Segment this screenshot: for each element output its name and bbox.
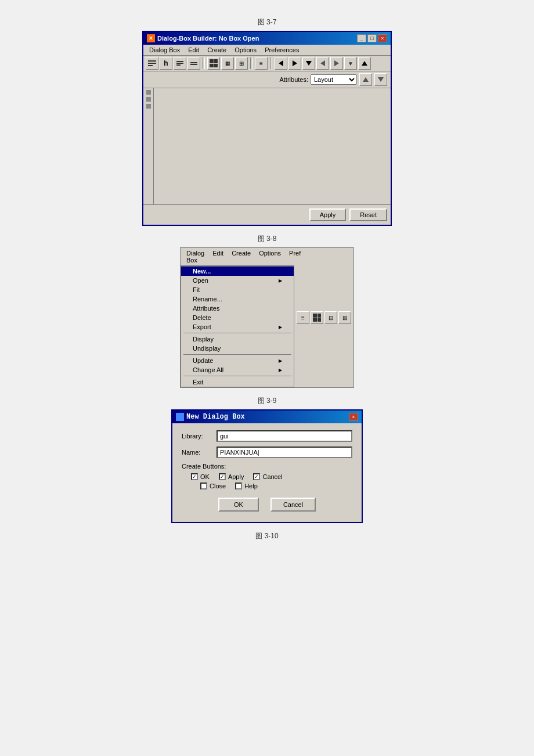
fig7-label: 图 3-7 [258, 17, 277, 27]
dialog-ok-btn[interactable]: OK [218, 498, 259, 512]
name-label: Name: [182, 449, 217, 456]
toolbar-btn-6[interactable]: ▦ [221, 57, 234, 70]
toolbar-arrow-up-fill[interactable] [358, 57, 371, 70]
menu-item-fit[interactable]: Fit [181, 285, 294, 294]
menu-item-open[interactable]: Open▶ [181, 276, 294, 285]
checkbox-help[interactable]: Help [235, 483, 258, 489]
cancel-checkbox[interactable] [253, 473, 260, 480]
attr-dropdown[interactable]: Layout [311, 74, 357, 85]
toolbar-arrow-right-outline[interactable] [330, 57, 343, 70]
apply-checkbox[interactable] [219, 473, 226, 480]
menu-dropdown-list: New... Open▶ Fit Rename... Attributes De… [181, 266, 294, 387]
menu8-tb-1[interactable]: ≡ [297, 311, 309, 324]
library-input[interactable] [217, 430, 352, 442]
sidebar-tick-1 [146, 90, 151, 95]
menu-item-exit[interactable]: Exit [181, 377, 294, 387]
sidebar-tick-2 [146, 97, 151, 102]
toolbar-sep-1 [203, 57, 205, 69]
ok-label: OK [200, 473, 210, 480]
reset-button[interactable]: Reset [349, 208, 387, 221]
ok-checkbox[interactable] [191, 473, 198, 480]
toolbar-arrow-right-fill[interactable] [288, 57, 301, 70]
new-dialog-icon [176, 413, 184, 421]
menu8-edit[interactable]: Edit [209, 249, 227, 264]
close-button[interactable]: × [378, 34, 387, 42]
toolbar-arrow-down-full[interactable]: ▼ [344, 57, 357, 70]
menu-item-undisplay[interactable]: Undisplay [181, 344, 294, 353]
dbb-attr-row: Attributes: Layout [143, 71, 391, 88]
checkbox-close[interactable]: Close [200, 483, 226, 489]
apply-button[interactable]: Apply [309, 208, 347, 221]
dbb-window: ✕ Dialog-Box Builder: No Box Open _ □ × … [142, 31, 392, 226]
menu8-tb-3[interactable]: ⊟ [324, 311, 337, 324]
dbb-titlebar-left: ✕ Dialog-Box Builder: No Box Open [147, 34, 259, 42]
menu8-create[interactable]: Create [228, 249, 254, 264]
fig9-label: 图 3-9 [258, 396, 277, 406]
toolbar-btn-align[interactable]: ≡ [255, 57, 268, 70]
toolbar-btn-7[interactable]: ⊞ [235, 57, 248, 70]
toolbar-btn-1[interactable] [146, 57, 158, 70]
checkbox-apply[interactable]: Apply [219, 473, 244, 480]
apply-label: Apply [228, 473, 244, 480]
menu-item-changeall[interactable]: Change All▶ [181, 365, 294, 375]
dbb-toolbar: h ▦ ⊞ ≡ [143, 56, 391, 71]
menu-item-delete[interactable]: Delete [181, 313, 294, 322]
checkbox-ok[interactable]: OK [191, 473, 210, 480]
toolbar-arrow-down-fill[interactable] [302, 57, 315, 70]
menu-dropdown-col: Dialog Box Edit Create Options Pref New.… [181, 248, 294, 387]
menu8-bar: Dialog Box Edit Create Options Pref [181, 248, 294, 266]
menu-create[interactable]: Create [204, 46, 230, 54]
name-input[interactable] [217, 447, 352, 458]
dbb-footer: Apply Reset [143, 204, 391, 225]
toolbar-sep-2 [250, 57, 252, 69]
menu-item-new[interactable]: New... [181, 267, 294, 276]
new-dialog-title: New Dialog Box [186, 413, 245, 421]
fig10-label: 图 3-10 [255, 531, 278, 541]
menu-item-update[interactable]: Update▶ [181, 356, 294, 365]
help-label: Help [244, 483, 258, 489]
dbb-window-icon: ✕ [147, 34, 155, 42]
cancel-label: Cancel [262, 473, 282, 480]
name-row: Name: [182, 447, 352, 458]
checkbox-cancel[interactable]: Cancel [253, 473, 282, 480]
attr-up-btn[interactable] [359, 73, 372, 86]
menu-item-rename[interactable]: Rename... [181, 294, 294, 304]
menu-dialogbox[interactable]: Dialog Box [146, 46, 183, 54]
close-checkbox[interactable] [200, 483, 207, 489]
menu-divider-3 [183, 376, 291, 376]
help-checkbox[interactable] [235, 483, 242, 489]
menu-item-attributes[interactable]: Attributes [181, 304, 294, 313]
menu-divider-1 [183, 333, 291, 333]
toolbar-arrow-left[interactable] [275, 57, 287, 70]
dbb-canvas[interactable] [154, 88, 391, 204]
menu-options[interactable]: Options [231, 46, 260, 54]
menu-item-export[interactable]: Export▶ [181, 322, 294, 332]
toolbar-btn-2[interactable]: h [160, 57, 172, 70]
toolbar-btn-4[interactable] [187, 57, 200, 70]
menu-layout: Dialog Box Edit Create Options Pref New.… [181, 248, 353, 387]
minimize-button[interactable]: _ [357, 34, 366, 42]
attr-down-btn[interactable] [374, 73, 387, 86]
dialog-cancel-btn[interactable]: Cancel [270, 498, 316, 512]
menu8-tb-4[interactable]: ⊞ [338, 311, 351, 324]
fig8-label: 图 3-8 [258, 234, 277, 244]
menu-edit[interactable]: Edit [185, 46, 203, 54]
toolbar-btn-3[interactable] [174, 57, 186, 70]
new-dialog-title-left: New Dialog Box [176, 413, 245, 421]
menu-item-display[interactable]: Display [181, 334, 294, 344]
new-dialog-titlebar: New Dialog Box × [172, 411, 362, 423]
menu8-tb-2[interactable] [311, 311, 323, 324]
checkbox-row-2: Close Help [182, 483, 352, 489]
new-dialog-body: Library: Name: Create Buttons: OK Apply … [172, 423, 362, 522]
menu8-options[interactable]: Options [255, 249, 284, 264]
toolbar-btn-5[interactable] [207, 57, 220, 70]
menu-preferences[interactable]: Preferences [261, 46, 302, 54]
titlebar-buttons: _ □ × [357, 34, 387, 42]
menu8-dialogbox[interactable]: Dialog Box [183, 249, 208, 264]
library-row: Library: [182, 430, 352, 442]
new-dialog-close-btn[interactable]: × [349, 413, 358, 421]
toolbar-arrow-left-outline[interactable] [316, 57, 329, 70]
sidebar-tick-3 [146, 104, 151, 109]
dbb-title: Dialog-Box Builder: No Box Open [157, 35, 259, 42]
maximize-button[interactable]: □ [367, 34, 377, 42]
